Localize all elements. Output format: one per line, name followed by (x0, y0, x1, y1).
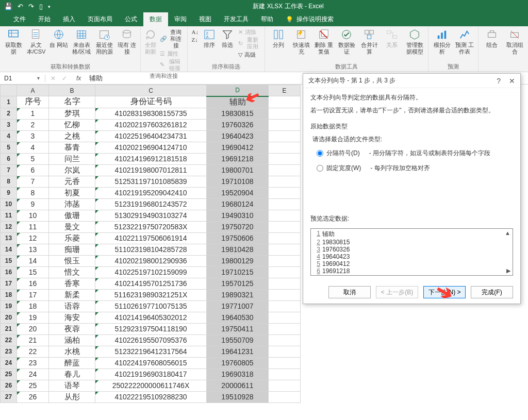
touch-mode-icon[interactable]: ▯ (39, 3, 43, 10)
from-table-button[interactable]: 来自表 格/区域 (71, 28, 92, 55)
refresh-all-button[interactable]: 全部刷新 (144, 28, 157, 55)
cell[interactable]: 19760326 (207, 119, 269, 130)
row-header[interactable]: 27 (1, 391, 17, 402)
cell[interactable] (269, 187, 301, 198)
cell[interactable]: 5 (17, 153, 49, 164)
cell[interactable]: 19750720 (207, 221, 269, 232)
cell[interactable] (269, 300, 301, 312)
tab-layout[interactable]: 页面布局 (81, 12, 119, 26)
help-icon[interactable]: ? (497, 77, 501, 85)
tab-file[interactable]: 文件 (7, 12, 32, 26)
row-header[interactable]: 9 (1, 187, 17, 198)
cell[interactable] (269, 210, 301, 221)
cell[interactable]: 410221197506061914 (95, 232, 207, 244)
chevron-down-icon[interactable]: ▼ (36, 76, 41, 81)
cell[interactable]: 16 (17, 278, 49, 289)
cell[interactable]: 19490310 (207, 210, 269, 221)
scroll-right-icon[interactable]: ▶ (506, 267, 510, 274)
cell[interactable]: 春儿 (49, 368, 95, 380)
cell[interactable]: 410219196903180417 (95, 368, 207, 380)
cell[interactable]: 6 (17, 164, 49, 176)
close-icon[interactable]: ✕ (509, 77, 515, 85)
recent-sources-button[interactable]: 最近使 用的源 (94, 28, 114, 55)
data-validation-button[interactable]: 数据验 证 (336, 28, 357, 55)
ungroup-button[interactable]: 取消组合 (504, 28, 525, 55)
queries-connections-button[interactable]: 🔗查询和连接 (159, 28, 184, 50)
cell[interactable]: 夜蓉 (49, 323, 95, 334)
row-header[interactable]: 2 (1, 108, 17, 119)
cell[interactable]: 香寒 (49, 278, 95, 289)
cell[interactable]: 19830815 (207, 108, 269, 119)
cell[interactable]: 410202196904124710 (95, 142, 207, 153)
cell[interactable] (269, 346, 301, 357)
tab-formula[interactable]: 公式 (119, 12, 143, 26)
cell[interactable] (269, 221, 301, 232)
cell[interactable]: 17 (17, 289, 49, 300)
cell[interactable]: 51162319890321251X (95, 289, 207, 300)
radio-fixed-width[interactable]: 固定宽度(W) - 每列字段加空格对齐 (317, 163, 513, 174)
filter-button[interactable]: 筛选 (220, 28, 236, 48)
cell[interactable] (269, 391, 301, 402)
cell[interactable]: 19710108 (207, 176, 269, 187)
cell[interactable] (269, 266, 301, 278)
cell[interactable]: 18 (17, 300, 49, 312)
cell[interactable]: 15 (17, 266, 49, 278)
cell[interactable]: 410214196912181518 (95, 153, 207, 164)
text-to-columns-button[interactable]: 分列 (268, 28, 289, 48)
row-header[interactable]: 17 (1, 278, 17, 289)
tab-help[interactable]: 帮助 (255, 12, 279, 26)
row-header[interactable]: 23 (1, 346, 17, 357)
cell[interactable]: 19520904 (207, 187, 269, 198)
col-header-e[interactable]: E (269, 85, 301, 96)
row-header[interactable]: 10 (1, 198, 17, 210)
cell[interactable]: 19570125 (207, 278, 269, 289)
cell[interactable]: 尔岚 (49, 164, 95, 176)
cell[interactable] (269, 108, 301, 119)
row-header[interactable]: 21 (1, 323, 17, 334)
cell[interactable]: 4 (17, 142, 49, 153)
cell[interactable] (269, 255, 301, 266)
cell[interactable]: 海安 (49, 312, 95, 323)
cell[interactable]: 19800701 (207, 164, 269, 176)
row-header[interactable]: 8 (1, 176, 17, 187)
cell[interactable]: 410202198001290936 (95, 255, 207, 266)
cell[interactable]: 19550709 (207, 334, 269, 346)
row-header[interactable]: 22 (1, 334, 17, 346)
cell[interactable] (269, 334, 301, 346)
cell[interactable]: 惜文 (49, 266, 95, 278)
cell[interactable]: 12 (17, 232, 49, 244)
cell[interactable]: 语琴 (49, 380, 95, 391)
tab-dev[interactable]: 开发工具 (218, 12, 255, 26)
cell[interactable] (269, 119, 301, 130)
cell[interactable]: 20 (17, 323, 49, 334)
row-header[interactable]: 1 (1, 96, 17, 108)
cell[interactable]: 19750411 (207, 323, 269, 334)
cell[interactable]: 乐菱 (49, 232, 95, 244)
cell[interactable]: 19640530 (207, 312, 269, 323)
cell[interactable]: 辅助 (207, 96, 269, 108)
cell[interactable]: 22 (17, 346, 49, 357)
cell[interactable] (269, 244, 301, 255)
cell[interactable]: 19800129 (207, 255, 269, 266)
row-header[interactable]: 19 (1, 300, 17, 312)
flash-fill-button[interactable]: 快速填充 (291, 28, 311, 55)
cell[interactable]: 26 (17, 391, 49, 402)
row-header[interactable]: 5 (1, 142, 17, 153)
cell[interactable]: 19641231 (207, 346, 269, 357)
cell[interactable] (269, 357, 301, 368)
cell[interactable] (269, 278, 301, 289)
cell[interactable]: 512319196801243572 (95, 198, 207, 210)
cell[interactable]: 13 (17, 244, 49, 255)
cell[interactable]: 410283198308155735 (95, 108, 207, 119)
row-header[interactable]: 16 (1, 266, 17, 278)
tab-review[interactable]: 审阅 (168, 12, 193, 26)
row-header[interactable]: 3 (1, 119, 17, 130)
cell[interactable] (269, 323, 301, 334)
cell[interactable]: 曼文 (49, 221, 95, 232)
row-header[interactable]: 4 (1, 130, 17, 142)
cell[interactable]: 名字 (49, 96, 95, 108)
cell[interactable]: 初夏 (49, 187, 95, 198)
cell[interactable] (269, 96, 301, 108)
sort-az-button[interactable]: A↓ (191, 28, 200, 36)
cell[interactable] (269, 232, 301, 244)
